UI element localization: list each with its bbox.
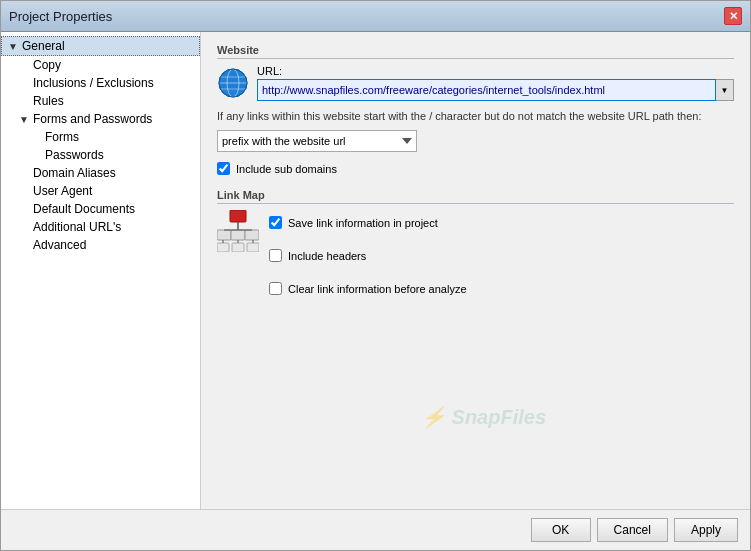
sidebar-item-label-rules: Rules: [33, 94, 64, 108]
save-link-info-label: Save link information in project: [288, 217, 438, 229]
url-input[interactable]: [257, 79, 716, 101]
sidebar-item-rules[interactable]: Rules: [1, 92, 200, 110]
dialog-footer: OK Cancel Apply: [1, 509, 750, 550]
sidebar-item-forms[interactable]: Forms: [1, 128, 200, 146]
tree-toggle-general[interactable]: ▼: [8, 41, 20, 52]
linkmap-options: Save link information in project Include…: [269, 210, 467, 301]
cancel-button[interactable]: Cancel: [597, 518, 668, 542]
sidebar-item-label-default-documents: Default Documents: [33, 202, 135, 216]
globe-icon: [217, 67, 249, 99]
clear-link-info-checkbox[interactable]: [269, 282, 282, 295]
include-headers-label: Include headers: [288, 250, 366, 262]
sidebar-item-label-forms-passwords: Forms and Passwords: [33, 112, 152, 126]
dialog-body: ▼GeneralCopyInclusions / ExclusionsRules…: [1, 32, 750, 509]
linkmap-icon-area: Save link information in project Include…: [217, 210, 734, 301]
sidebar-item-passwords[interactable]: Passwords: [1, 146, 200, 164]
sidebar-item-inclusions[interactable]: Inclusions / Exclusions: [1, 74, 200, 92]
website-section-label: Website: [217, 44, 734, 59]
sidebar-item-label-advanced: Advanced: [33, 238, 86, 252]
sidebar-item-copy[interactable]: Copy: [1, 56, 200, 74]
save-link-info-checkbox[interactable]: [269, 216, 282, 229]
sidebar-item-default-documents[interactable]: Default Documents: [1, 200, 200, 218]
linkmap-section: Link Map: [217, 189, 734, 301]
clear-link-info-row: Clear link information before analyze: [269, 282, 467, 295]
include-headers-row: Include headers: [269, 249, 467, 262]
info-text: If any links within this website start w…: [217, 109, 734, 124]
include-subdomains-checkbox[interactable]: [217, 162, 230, 175]
watermark: ⚡ SnapFiles: [421, 405, 546, 429]
include-subdomains-row: Include sub domains: [217, 162, 734, 175]
linkmap-icon: [217, 210, 259, 252]
sidebar-item-label-user-agent: User Agent: [33, 184, 92, 198]
close-button[interactable]: ✕: [724, 7, 742, 25]
url-input-row: ▼: [257, 79, 734, 101]
sidebar-item-domain-aliases[interactable]: Domain Aliases: [1, 164, 200, 182]
svg-rect-6: [230, 210, 246, 222]
svg-rect-9: [231, 230, 245, 240]
url-dropdown-button[interactable]: ▼: [716, 79, 734, 101]
sidebar-item-label-domain-aliases: Domain Aliases: [33, 166, 116, 180]
sidebar: ▼GeneralCopyInclusions / ExclusionsRules…: [1, 32, 201, 509]
sidebar-item-label-inclusions: Inclusions / Exclusions: [33, 76, 154, 90]
svg-rect-14: [217, 243, 229, 252]
sidebar-item-general[interactable]: ▼General: [1, 36, 200, 56]
include-headers-checkbox[interactable]: [269, 249, 282, 262]
ok-button[interactable]: OK: [531, 518, 591, 542]
sidebar-item-label-additional-urls: Additional URL's: [33, 220, 121, 234]
sidebar-item-forms-passwords[interactable]: ▼Forms and Passwords: [1, 110, 200, 128]
url-row: URL: ▼: [217, 65, 734, 101]
sidebar-item-label-forms: Forms: [45, 130, 79, 144]
sidebar-item-advanced[interactable]: Advanced: [1, 236, 200, 254]
tree-toggle-forms-passwords[interactable]: ▼: [19, 114, 31, 125]
clear-link-info-label: Clear link information before analyze: [288, 283, 467, 295]
sidebar-item-label-passwords: Passwords: [45, 148, 104, 162]
link-behavior-select[interactable]: prefix with the website urlignore these …: [217, 130, 417, 152]
url-field-wrap: URL: ▼: [257, 65, 734, 101]
linkmap-section-label: Link Map: [217, 189, 734, 204]
dropdown-row: prefix with the website urlignore these …: [217, 130, 734, 152]
save-link-info-row: Save link information in project: [269, 216, 467, 229]
svg-rect-16: [247, 243, 259, 252]
svg-rect-15: [232, 243, 244, 252]
svg-rect-8: [217, 230, 231, 240]
url-label: URL:: [257, 65, 734, 77]
sidebar-item-label-copy: Copy: [33, 58, 61, 72]
sidebar-item-additional-urls[interactable]: Additional URL's: [1, 218, 200, 236]
project-properties-dialog: Project Properties ✕ ▼GeneralCopyInclusi…: [0, 0, 751, 551]
sidebar-item-user-agent[interactable]: User Agent: [1, 182, 200, 200]
include-subdomains-label: Include sub domains: [236, 163, 337, 175]
sidebar-item-label-general: General: [22, 39, 65, 53]
main-content: Website URL:: [201, 32, 750, 509]
dialog-title: Project Properties: [9, 9, 112, 24]
apply-button[interactable]: Apply: [674, 518, 738, 542]
title-bar: Project Properties ✕: [1, 1, 750, 32]
svg-rect-10: [245, 230, 259, 240]
